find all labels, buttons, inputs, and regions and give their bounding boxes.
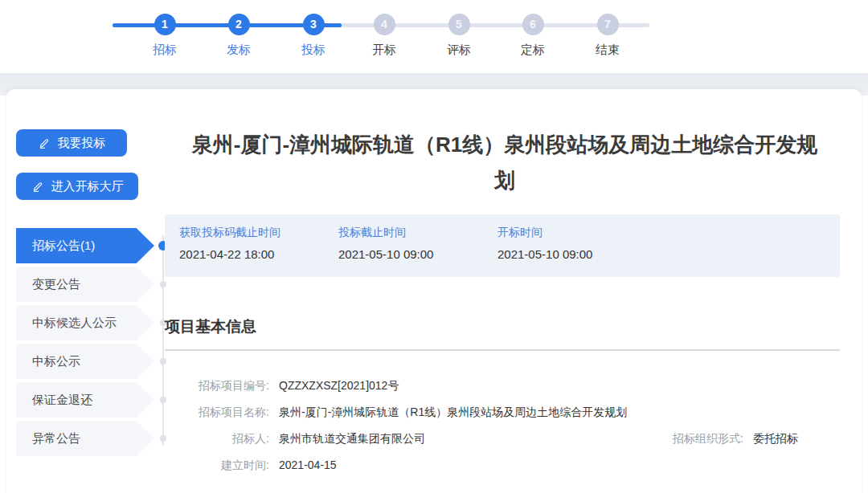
stepper-step-4: 4 开标 xyxy=(360,14,408,58)
sidebar-item-label: 保证金退还 xyxy=(32,393,92,406)
deadline-col-bid-submit: 投标截止时间 2021-05-10 09:00 xyxy=(338,226,497,277)
stepper-step-6: 6 定标 xyxy=(509,14,557,58)
field-row-project-number: 招标项目编号: QZZXZXSZ[2021]012号 xyxy=(165,373,840,399)
deadline-col-bid-open: 开标时间 2021-05-10 09:00 xyxy=(497,226,657,277)
step-number: 3 xyxy=(303,14,325,35)
page: 1 招标 2 发标 3 投标 4 开标 5 评标 6 定标 7 结束 xyxy=(0,0,868,493)
main-card: 我要投标 进入开标大厅 招标公告(1) 变更公告 中标候选人公示 中标公示 保证… xyxy=(6,89,862,493)
deadline-value: 2021-05-10 09:00 xyxy=(497,247,657,261)
basic-info-fields: 招标项目编号: QZZXZXSZ[2021]012号 招标项目名称: 泉州-厦门… xyxy=(165,373,840,479)
sidebar-item-tender-announcement[interactable]: 招标公告(1) xyxy=(16,228,154,263)
field-label: 招标项目名称: xyxy=(165,399,269,426)
field-label: 建立时间: xyxy=(165,452,269,479)
step-number: 6 xyxy=(522,14,544,35)
sidebar-item-label: 异常公告 xyxy=(32,431,80,445)
step-label: 开标 xyxy=(360,43,408,58)
stepper-step-1: 1 招标 xyxy=(141,14,189,58)
edit-pencil-icon xyxy=(38,136,51,149)
step-number: 7 xyxy=(597,14,619,35)
step-label: 定标 xyxy=(509,43,557,58)
deadline-box: 获取投标码截止时间 2021-04-22 18:00 投标截止时间 2021-0… xyxy=(165,214,840,277)
field-label: 招标项目编号: xyxy=(165,373,269,399)
field-row-create-date: 建立时间: 2021-04-15 xyxy=(165,452,840,479)
stepper-step-5: 5 评标 xyxy=(435,14,483,58)
field-row-project-name: 招标项目名称: 泉州-厦门-漳州城际轨道（R1线）泉州段站场及周边土地综合开发规… xyxy=(165,399,840,426)
timeline-line xyxy=(162,235,164,446)
stepper-step-7: 7 结束 xyxy=(583,14,632,58)
sidebar-item-winner-publicity[interactable]: 中标公示 xyxy=(16,344,154,379)
step-number: 4 xyxy=(374,14,395,35)
project-title: 泉州-厦门-漳州城际轨道（R1线）泉州段站场及周边土地综合开发规划 xyxy=(187,127,822,199)
sidebar-item-label: 招标公告(1) xyxy=(32,238,95,252)
sidebar-item-label: 中标候选人公示 xyxy=(32,316,117,329)
deadline-label: 投标截止时间 xyxy=(338,226,497,240)
deadline-label: 获取投标码截止时间 xyxy=(179,226,338,240)
open-bid-hall-label: 进入开标大厅 xyxy=(51,179,124,194)
sidebar-item-label: 变更公告 xyxy=(32,277,80,291)
field-label: 招标组织形式: xyxy=(673,426,743,452)
step-label: 发标 xyxy=(215,43,263,58)
field-value: 委托招标 xyxy=(753,426,798,452)
progress-stepper: 1 招标 2 发标 3 投标 4 开标 5 评标 6 定标 7 结束 xyxy=(0,0,868,74)
edit-pencil-icon xyxy=(31,180,44,193)
deadline-value: 2021-05-10 09:00 xyxy=(338,247,497,261)
step-number: 2 xyxy=(228,14,250,35)
stepper-step-3: 3 投标 xyxy=(289,14,338,58)
deadline-label: 开标时间 xyxy=(497,226,657,240)
sidebar-item-candidate-publicity[interactable]: 中标候选人公示 xyxy=(16,305,154,340)
deadline-col-bid-code: 获取投标码截止时间 2021-04-22 18:00 xyxy=(179,226,338,277)
step-number: 1 xyxy=(154,14,176,35)
field-value: 泉州市轨道交通集团有限公司 xyxy=(279,426,425,452)
step-label: 投标 xyxy=(289,43,338,58)
bid-now-button[interactable]: 我要投标 xyxy=(16,129,127,157)
open-bid-hall-button[interactable]: 进入开标大厅 xyxy=(16,173,138,200)
section-title-basic-info: 项目基本信息 xyxy=(165,316,256,337)
deadline-value: 2021-04-22 18:00 xyxy=(179,247,338,261)
field-value: 2021-04-15 xyxy=(279,452,337,479)
step-label: 结束 xyxy=(583,43,632,58)
field-value: 泉州-厦门-漳州城际轨道（R1线）泉州段站场及周边土地综合开发规划 xyxy=(279,399,627,426)
field-label: 招标人: xyxy=(165,426,269,452)
field-value: QZZXZXSZ[2021]012号 xyxy=(279,373,399,399)
field-row-tenderer: 招标人: 泉州市轨道交通集团有限公司 招标组织形式: 委托招标 xyxy=(165,426,840,452)
bid-now-label: 我要投标 xyxy=(58,136,106,151)
step-label: 评标 xyxy=(435,43,483,58)
step-label: 招标 xyxy=(141,43,189,58)
sidebar-item-label: 中标公示 xyxy=(32,354,80,368)
sidebar-item-deposit-refund[interactable]: 保证金退还 xyxy=(16,382,154,418)
timeline-dot xyxy=(160,358,166,365)
field-org-form: 招标组织形式: 委托招标 xyxy=(673,426,840,452)
sidebar-item-abnormal-announcement[interactable]: 异常公告 xyxy=(16,421,154,456)
step-number: 5 xyxy=(448,14,470,35)
timeline-dot xyxy=(160,281,166,287)
section-divider xyxy=(165,349,840,351)
sidebar-item-change-announcement[interactable]: 变更公告 xyxy=(16,267,154,302)
stepper-step-2: 2 发标 xyxy=(215,14,263,58)
